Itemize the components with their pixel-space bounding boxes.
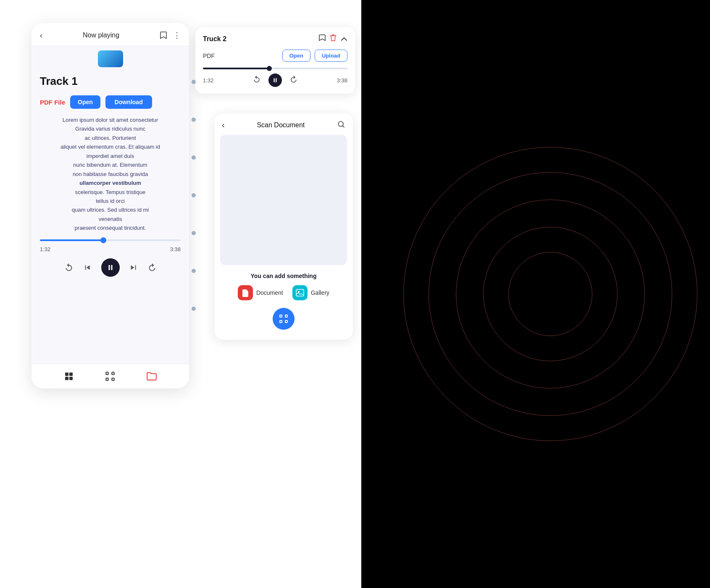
- open-button[interactable]: Open: [70, 95, 100, 109]
- forward-button[interactable]: [147, 263, 157, 272]
- dot-7: [192, 307, 196, 311]
- document-label: Document: [256, 289, 283, 296]
- truck-open-button[interactable]: Open: [282, 50, 310, 62]
- pdf-label: PDF File: [40, 99, 65, 106]
- svg-rect-7: [112, 372, 114, 374]
- play-pause-button[interactable]: [101, 258, 120, 277]
- skip-prev-button[interactable]: [83, 263, 92, 272]
- pdf-file-row: PDF File Open Download: [40, 95, 181, 109]
- gallery-label: Gallery: [311, 289, 329, 296]
- playback-controls: [40, 258, 181, 277]
- svg-rect-1: [111, 265, 112, 270]
- bookmark-icon[interactable]: [160, 31, 167, 39]
- gallery-icon: [292, 285, 308, 300]
- scan-title: Scan Document: [257, 121, 305, 129]
- truck-bookmark-button[interactable]: [319, 34, 326, 44]
- now-playing-title: Now playing: [83, 32, 119, 39]
- truck-progress-track[interactable]: [203, 68, 347, 69]
- scan-add-text: You can add something: [214, 273, 353, 279]
- svg-rect-2: [65, 373, 68, 376]
- progress-section: 1:32 3:38: [40, 239, 181, 252]
- back-button[interactable]: ‹: [40, 31, 42, 40]
- svg-rect-3: [69, 373, 73, 376]
- truck-pdf-row: PDF Open Upload: [203, 50, 347, 62]
- progress-fill: [40, 239, 103, 241]
- truck-ctrl-btns: [252, 74, 298, 87]
- download-button[interactable]: Download: [105, 95, 152, 109]
- scan-document-card: ‹ Scan Document You can add something Do…: [214, 113, 353, 340]
- current-time: 1:32: [40, 246, 50, 252]
- more-icon[interactable]: ⋮: [173, 31, 181, 40]
- dot-5: [192, 231, 196, 235]
- total-time: 3:38: [170, 246, 181, 252]
- truck-card: Truck 2 PDF Open Upload 1:32: [195, 27, 355, 94]
- svg-rect-10: [274, 78, 275, 82]
- dot-6: [192, 269, 196, 273]
- truck-trash-button[interactable]: [330, 34, 337, 44]
- bottom-nav: [32, 364, 189, 388]
- truck-header: Truck 2: [203, 34, 347, 44]
- svg-rect-18: [285, 320, 287, 323]
- svg-rect-8: [106, 378, 108, 380]
- truck-pdf-label: PDF: [203, 52, 278, 59]
- dot-1: [192, 80, 196, 84]
- svg-rect-17: [280, 320, 282, 323]
- svg-rect-0: [108, 265, 110, 270]
- svg-rect-11: [276, 78, 276, 82]
- album-art: [98, 50, 123, 67]
- truck-progress-thumb: [267, 66, 272, 71]
- truck-header-actions: [319, 34, 347, 44]
- truck-upload-button[interactable]: Upload: [315, 50, 347, 62]
- truck-current-time: 1:32: [203, 77, 213, 84]
- track-title: Track 1: [40, 75, 181, 88]
- dot-4: [192, 193, 196, 197]
- ripple-decoration: [424, 126, 676, 462]
- replay-button[interactable]: [64, 263, 74, 272]
- header-icons: ⋮: [160, 31, 181, 40]
- truck-pause-button[interactable]: [268, 74, 282, 87]
- folder-nav-button[interactable]: [146, 372, 157, 381]
- grid-nav-button[interactable]: [64, 371, 74, 381]
- truck-controls-row: 1:32 3:38: [203, 74, 347, 87]
- skip-next-button[interactable]: [129, 263, 138, 272]
- time-row: 1:32 3:38: [40, 246, 181, 252]
- scan-header: ‹ Scan Document: [214, 113, 353, 135]
- scan-action-button[interactable]: [273, 308, 295, 330]
- truck-title: Truck 2: [203, 35, 226, 43]
- scan-options-row: Document Gallery: [214, 285, 353, 300]
- truck-forward-button[interactable]: [289, 75, 298, 86]
- svg-rect-13: [296, 289, 304, 296]
- scan-back-button[interactable]: ‹: [222, 120, 225, 130]
- progress-thumb: [100, 237, 106, 243]
- svg-rect-16: [285, 315, 287, 317]
- svg-rect-5: [69, 377, 73, 380]
- phone-content: Track 1 PDF File Open Download Lorem ips…: [32, 46, 189, 364]
- truck-total-time: 3:38: [337, 77, 347, 84]
- dot-3: [192, 155, 196, 160]
- svg-point-14: [298, 291, 300, 293]
- truck-collapse-button[interactable]: [341, 35, 347, 43]
- progress-track[interactable]: [40, 239, 181, 241]
- scan-nav-button[interactable]: [105, 371, 116, 382]
- svg-rect-15: [280, 315, 282, 317]
- album-art-area: [40, 46, 181, 70]
- svg-rect-6: [106, 372, 108, 374]
- dot-2: [192, 118, 196, 122]
- truck-progress-fill: [203, 68, 269, 69]
- truck-replay-button[interactable]: [252, 75, 261, 86]
- document-icon: [238, 285, 253, 300]
- phone-header: ‹ Now playing ⋮: [32, 23, 189, 46]
- svg-rect-4: [65, 377, 68, 380]
- document-option[interactable]: Document: [238, 285, 283, 300]
- svg-rect-9: [112, 378, 114, 380]
- scan-content-area: [220, 135, 347, 265]
- gallery-option[interactable]: Gallery: [292, 285, 329, 300]
- left-phone-card: ‹ Now playing ⋮ Track 1 PDF File Open Do…: [32, 23, 189, 388]
- scan-search-button[interactable]: [337, 120, 345, 130]
- ripple-arc-5: [403, 147, 697, 441]
- lorem-text-block: Lorem ipsum dolor sit amet consectetur G…: [40, 116, 181, 233]
